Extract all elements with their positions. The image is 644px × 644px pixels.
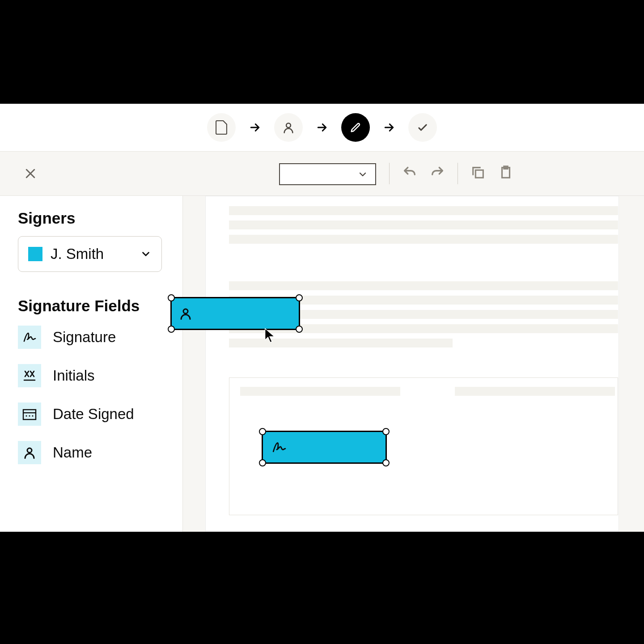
undo-icon [402, 165, 417, 180]
close-button[interactable] [21, 165, 39, 182]
chevron-down-icon [140, 248, 152, 260]
divider [458, 163, 458, 184]
svg-point-9 [183, 309, 188, 314]
text-placeholder [455, 387, 615, 396]
signature-icon [18, 326, 41, 349]
person-icon [179, 306, 192, 321]
signers-heading: Signers [18, 209, 165, 227]
person-icon [18, 441, 41, 464]
svg-point-8 [27, 448, 32, 453]
clipboard-icon [498, 165, 513, 180]
cursor-icon [263, 327, 276, 345]
signature-area [229, 377, 618, 515]
signer-name: J. Smith [51, 246, 132, 263]
svg-point-5 [25, 415, 27, 416]
signer-dropdown[interactable]: J. Smith [18, 236, 162, 272]
resize-handle[interactable] [296, 326, 303, 333]
document-canvas-wrap [183, 196, 644, 532]
pencil-icon [349, 121, 362, 134]
field-name[interactable]: Name [18, 441, 165, 464]
resize-handle[interactable] [382, 459, 390, 466]
field-label: Signature [53, 329, 116, 346]
svg-rect-4 [23, 410, 36, 419]
resize-handle[interactable] [168, 326, 175, 333]
redo-icon [430, 165, 445, 180]
stepper-bar [0, 104, 644, 151]
sidebar: Signers J. Smith Signature Fields Signat… [0, 196, 183, 532]
divider [389, 163, 390, 184]
text-placeholder [229, 206, 618, 215]
svg-rect-1 [475, 170, 483, 178]
step-document[interactable] [207, 113, 236, 142]
copy-icon [470, 165, 486, 180]
date-icon [18, 402, 41, 426]
field-signature[interactable]: Signature [18, 326, 165, 349]
step-recipients[interactable] [274, 113, 303, 142]
text-placeholder [240, 387, 400, 396]
arrow-right-icon [248, 121, 262, 134]
document-page[interactable] [205, 196, 619, 532]
undo-button[interactable] [402, 165, 417, 182]
arrow-right-icon [315, 121, 329, 134]
main-area: Signers J. Smith Signature Fields Signat… [0, 196, 644, 532]
field-list: Signature Initials Date Signed [18, 326, 165, 464]
document-icon [216, 120, 227, 135]
redo-button[interactable] [430, 165, 445, 182]
text-placeholder [229, 281, 618, 290]
paste-button[interactable] [498, 165, 513, 182]
person-icon [282, 121, 295, 134]
step-review[interactable] [408, 113, 437, 142]
field-label: Initials [53, 367, 95, 384]
placed-name-field[interactable] [170, 297, 300, 330]
chevron-down-icon [357, 169, 368, 180]
close-icon [24, 167, 37, 180]
toolbar-dropdown[interactable] [279, 163, 376, 185]
svg-point-7 [32, 415, 33, 416]
toolbar [0, 151, 644, 196]
step-edit[interactable] [341, 113, 370, 142]
fields-heading: Signature Fields [18, 297, 165, 315]
field-date-signed[interactable]: Date Signed [18, 402, 165, 426]
resize-handle[interactable] [259, 459, 266, 466]
signature-icon [270, 440, 288, 454]
text-placeholder [229, 339, 453, 347]
check-icon [416, 121, 429, 134]
toolbar-actions [389, 152, 513, 195]
field-label: Name [53, 444, 92, 461]
svg-point-0 [286, 123, 291, 127]
arrow-right-icon [382, 121, 396, 134]
resize-handle[interactable] [296, 294, 303, 301]
field-label: Date Signed [53, 406, 134, 423]
resize-handle[interactable] [382, 428, 390, 435]
copy-button[interactable] [470, 165, 486, 182]
field-initials[interactable]: Initials [18, 364, 165, 387]
text-placeholder [229, 235, 618, 244]
text-placeholder [229, 220, 618, 229]
initials-icon [18, 364, 41, 387]
resize-handle[interactable] [168, 294, 175, 301]
resize-handle[interactable] [259, 428, 266, 435]
placed-signature-field[interactable] [262, 431, 387, 464]
svg-point-6 [29, 415, 30, 416]
app-frame: Signers J. Smith Signature Fields Signat… [0, 104, 644, 532]
signer-color-swatch [28, 247, 42, 261]
